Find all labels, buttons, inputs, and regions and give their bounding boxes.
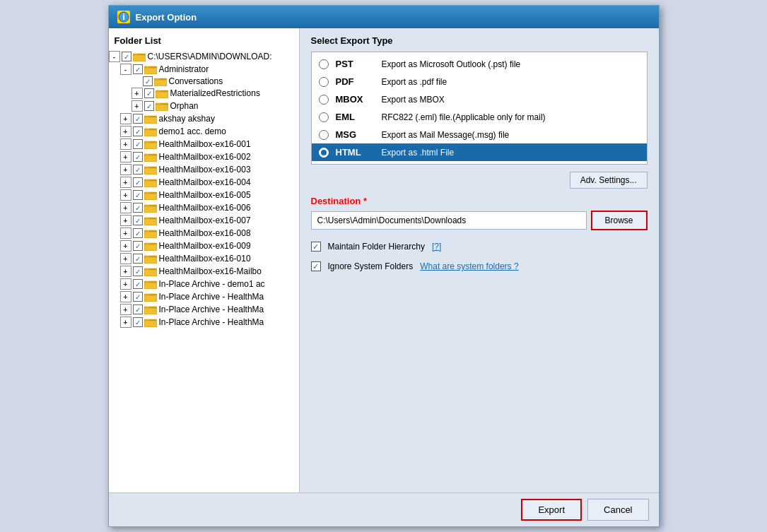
adv-settings-row: Adv. Settings...	[311, 172, 648, 189]
help-link[interactable]: What are system folders ?	[420, 261, 518, 271]
folder-checkbox[interactable]: ✓	[133, 64, 143, 74]
expand-button[interactable]: +	[131, 88, 143, 99]
folder-checkbox[interactable]: ✓	[133, 254, 143, 264]
tree-item[interactable]: +✓ HealthMailbox-ex16-Mailbo	[109, 265, 299, 278]
folder-checkbox[interactable]: ✓	[144, 101, 154, 111]
folder-checkbox[interactable]: ✓	[133, 228, 143, 238]
expand-button[interactable]: +	[120, 278, 131, 290]
tree-item[interactable]: +✓ HealthMailbox-ex16-010	[109, 252, 299, 265]
radio-button[interactable]	[319, 130, 329, 140]
folder-checkbox[interactable]: ✓	[133, 177, 143, 187]
tree-item[interactable]: +✓ HealthMailbox-ex16-004	[109, 176, 299, 189]
tree-item[interactable]: +✓ In-Place Archive - HealthMa	[109, 316, 299, 329]
svg-rect-7	[144, 68, 157, 74]
expand-button[interactable]: +	[120, 240, 131, 252]
folder-checkbox[interactable]: ✓	[122, 52, 131, 61]
folder-icon	[156, 101, 168, 111]
expand-button[interactable]: +	[131, 100, 143, 112]
expand-button[interactable]: +	[120, 215, 131, 226]
export-type-row[interactable]: MSG Export as Mail Message(.msg) file	[312, 126, 647, 143]
option-checkbox[interactable]: ✓	[311, 261, 321, 271]
folder-label: In-Place Archive - HealthMa	[159, 317, 264, 327]
expand-button[interactable]: -	[109, 51, 120, 62]
folder-checkbox[interactable]: ✓	[133, 152, 143, 162]
tree-item[interactable]: +✓ In-Place Archive - HealthMa	[109, 290, 299, 303]
folder-checkbox[interactable]: ✓	[133, 190, 143, 200]
folder-checkbox[interactable]: ✓	[133, 114, 143, 124]
folder-checkbox[interactable]: ✓	[133, 203, 143, 213]
tree-item[interactable]: +✓ Orphan	[109, 100, 299, 112]
expand-button[interactable]: +	[120, 291, 131, 302]
tree-item[interactable]: +✓ HealthMailbox-ex16-001	[109, 138, 299, 150]
folder-checkbox[interactable]: ✓	[133, 126, 143, 136]
folder-icon	[144, 292, 157, 302]
tree-item[interactable]: +✓ HealthMailbox-ex16-003	[109, 163, 299, 176]
folder-label: HealthMailbox-ex16-005	[159, 190, 251, 200]
tree-item[interactable]: +✓ demo1 acc. demo	[109, 125, 299, 138]
export-type-row[interactable]: PDF Export as .pdf file	[312, 73, 647, 90]
tree-item[interactable]: +✓ In-Place Archive - HealthMa	[109, 303, 299, 316]
radio-button[interactable]	[319, 148, 329, 158]
expand-button[interactable]: -	[120, 64, 131, 75]
export-button[interactable]: Export	[521, 499, 582, 521]
tree-item[interactable]: ✓ Conversations	[109, 76, 299, 87]
radio-button[interactable]	[319, 112, 329, 122]
tree-item[interactable]: +✓ HealthMailbox-ex16-009	[109, 240, 299, 252]
expand-button[interactable]: +	[120, 189, 131, 201]
tree-item[interactable]: -✓ Administrator	[109, 63, 299, 76]
browse-button[interactable]: Browse	[591, 211, 648, 230]
expand-button[interactable]: +	[120, 266, 131, 277]
expand-button[interactable]: +	[120, 253, 131, 264]
folder-icon	[144, 64, 157, 74]
tree-item[interactable]: -✓ C:\USERS\ADMIN\DOWNLOAD:	[109, 50, 299, 63]
export-type-row[interactable]: EML RFC822 (.eml) file.(Applicable only …	[312, 108, 647, 126]
folder-checkbox[interactable]: ✓	[133, 139, 143, 149]
folder-checkbox[interactable]: ✓	[133, 279, 143, 289]
radio-button[interactable]	[319, 95, 329, 105]
tree-item[interactable]: +✓ HealthMailbox-ex16-008	[109, 227, 299, 240]
export-type-row[interactable]: PST Export as Microsoft Outlook (.pst) f…	[312, 55, 647, 73]
expand-button[interactable]: +	[120, 151, 131, 162]
folder-label: In-Place Archive - HealthMa	[159, 292, 264, 302]
expand-button[interactable]: +	[120, 227, 131, 239]
option-checkbox[interactable]: ✓	[311, 242, 321, 252]
expand-button[interactable]: +	[120, 164, 131, 175]
expand-button[interactable]: +	[120, 202, 131, 213]
folder-checkbox[interactable]: ✓	[133, 292, 143, 302]
destination-input[interactable]	[311, 211, 587, 230]
folder-checkbox[interactable]: ✓	[144, 88, 154, 98]
tree-item[interactable]: +✓ HealthMailbox-ex16-007	[109, 214, 299, 227]
folder-checkbox[interactable]: ✓	[133, 241, 143, 251]
help-link[interactable]: [?]	[432, 242, 441, 252]
folder-label: Orphan	[170, 101, 199, 111]
folder-checkbox[interactable]: ✓	[133, 165, 143, 175]
folder-icon	[144, 241, 157, 251]
expand-button[interactable]: +	[120, 317, 131, 328]
adv-settings-button[interactable]: Adv. Settings...	[570, 172, 648, 189]
radio-button[interactable]	[319, 77, 329, 87]
radio-button[interactable]	[319, 59, 329, 69]
expand-button[interactable]: +	[120, 138, 131, 150]
tree-item[interactable]: +✓ HealthMailbox-ex16-006	[109, 201, 299, 214]
folder-checkbox[interactable]: ✓	[133, 317, 143, 327]
expand-button[interactable]: +	[120, 177, 131, 188]
tree-item[interactable]: +✓ HealthMailbox-ex16-005	[109, 189, 299, 201]
dialog-title: Export Option	[136, 12, 197, 23]
folder-tree[interactable]: -✓ C:\USERS\ADMIN\DOWNLOAD:-✓ Administra…	[109, 50, 299, 488]
expand-button[interactable]: +	[120, 304, 131, 315]
tree-item[interactable]: +✓ akshay akshay	[109, 112, 299, 125]
export-type-row[interactable]: MBOX Export as MBOX	[312, 90, 647, 108]
folder-checkbox[interactable]: ✓	[133, 215, 143, 225]
title-bar: i Export Option	[109, 6, 659, 28]
tree-item[interactable]: +✓ MaterializedRestrictions	[109, 87, 299, 100]
folder-checkbox[interactable]: ✓	[143, 76, 153, 86]
tree-item[interactable]: +✓ HealthMailbox-ex16-002	[109, 150, 299, 163]
expand-button[interactable]: +	[120, 126, 131, 137]
expand-button[interactable]: +	[120, 113, 131, 124]
folder-icon	[156, 88, 168, 98]
folder-checkbox[interactable]: ✓	[133, 266, 143, 276]
tree-item[interactable]: +✓ In-Place Archive - demo1 ac	[109, 278, 299, 290]
folder-checkbox[interactable]: ✓	[133, 305, 143, 314]
export-type-row[interactable]: HTML Export as .html File	[312, 143, 647, 161]
cancel-button[interactable]: Cancel	[587, 499, 648, 521]
